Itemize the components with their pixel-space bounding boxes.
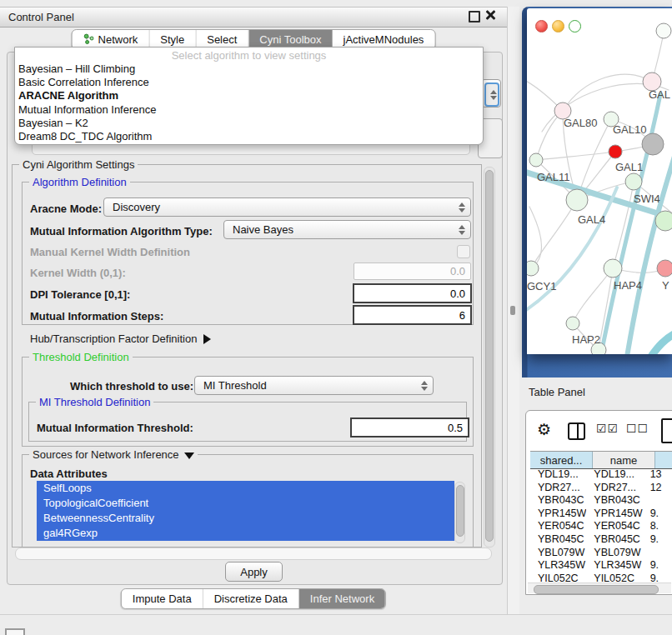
table-horizontal-scrollbar[interactable] xyxy=(528,582,671,593)
column-header-name[interactable]: name xyxy=(593,452,655,468)
node-label-gcy1: GCY1 xyxy=(527,280,556,292)
table-cell: 8. xyxy=(643,520,672,533)
network-node[interactable] xyxy=(566,317,579,330)
network-node[interactable] xyxy=(604,259,622,278)
which-threshold-combo[interactable]: MI Threshold xyxy=(194,376,434,395)
deselect-all-icon[interactable]: ☐☐ xyxy=(626,422,649,435)
network-node[interactable] xyxy=(566,189,588,211)
table-cell: YBR043C xyxy=(586,494,642,508)
table-cell: YPR145W xyxy=(530,508,586,521)
sources-title-wrap[interactable]: Sources for Network Inference xyxy=(29,448,198,461)
table-row[interactable]: YPR145WYPR145W9. xyxy=(530,508,672,521)
network-node[interactable] xyxy=(642,133,664,155)
mi-steps-label: Mutual Information Steps: xyxy=(30,310,163,322)
table-cell: YLR345W xyxy=(586,559,642,572)
tab-label: Style xyxy=(160,33,184,46)
float-panel-icon[interactable] xyxy=(469,11,480,22)
minimized-panel-icon[interactable] xyxy=(5,628,25,635)
algorithm-option-dream8-dc-tdc-algorithm[interactable]: Dream8 DC_TDC Algorithm xyxy=(18,130,479,143)
data-attributes-list: SelfLoopsTopologicalCoefficientBetweenne… xyxy=(37,481,454,542)
table-cell: 13 xyxy=(643,468,672,482)
table-cell: YER054C xyxy=(586,520,642,533)
column-header-hidden[interactable] xyxy=(655,452,672,468)
settings-vertical-scrollbar[interactable] xyxy=(484,167,495,548)
attribute-item-gal4rgexp[interactable]: gal4RGexp xyxy=(37,526,454,541)
attribute-item-topologicalcoefficient[interactable]: TopologicalCoefficient xyxy=(37,496,454,511)
algorithm-option-mutual-information-inference[interactable]: Mutual Information Inference xyxy=(18,103,479,117)
network-node[interactable] xyxy=(609,145,622,158)
network-view-canvas[interactable]: GALGAL80GAL10GAL1GAL11SWI4GAL4GCY1HAP4YH… xyxy=(527,8,672,354)
algorithm-definition-title: Algorithm Definition xyxy=(29,176,130,188)
file-icon[interactable] xyxy=(661,418,672,443)
attributes-scrollbar[interactable] xyxy=(454,482,465,543)
dpi-tolerance-input[interactable] xyxy=(353,283,472,303)
attribute-item-selfloops[interactable]: SelfLoops xyxy=(37,481,454,496)
bottom-tab-impute-data[interactable]: Impute Data xyxy=(122,589,203,608)
gear-icon[interactable]: ⚙ xyxy=(537,420,551,438)
apply-button[interactable]: Apply xyxy=(225,562,283,582)
bottom-tab-discretize-data[interactable]: Discretize Data xyxy=(203,589,299,608)
table-row[interactable]: YDR27...YDR27...12 xyxy=(530,482,672,495)
node-label-y: Y xyxy=(662,279,669,292)
bottom-divider xyxy=(0,614,672,615)
table-row[interactable]: YER054CYER054C8. xyxy=(530,520,672,533)
network-node[interactable] xyxy=(625,173,642,190)
columns-icon[interactable] xyxy=(568,422,585,440)
network-node[interactable] xyxy=(529,153,543,167)
table-cell: YBR045C xyxy=(530,533,586,547)
kernel-width-input[interactable] xyxy=(354,262,471,280)
network-node[interactable] xyxy=(527,261,539,276)
mi-threshold-group-title: MI Threshold Definition xyxy=(36,396,153,408)
mi-threshold-input[interactable] xyxy=(350,418,469,438)
algorithm-option-bayesian-hill-climbing[interactable]: Bayesian – Hill Climbing xyxy=(18,62,479,76)
table-row[interactable]: YBR043CYBR043C xyxy=(530,494,672,508)
close-icon[interactable] xyxy=(485,10,495,20)
algorithm-dropdown-popup: Select algorithm to view settings Bayesi… xyxy=(14,47,484,145)
mi-algorithm-type-value: Naive Bayes xyxy=(233,223,293,236)
aracne-mode-combo[interactable]: Discovery xyxy=(103,198,471,217)
hub-definition-toggle[interactable]: Hub/Transcription Factor Definition xyxy=(30,331,211,346)
table-cell: 9. xyxy=(643,508,672,521)
attribute-item-betweennesscentrality[interactable]: BetweennessCentrality xyxy=(37,511,454,526)
tab-label: Select xyxy=(207,33,237,46)
table-header: shared...name xyxy=(530,451,672,469)
network-node[interactable] xyxy=(657,260,672,277)
table-cell: YBL079W xyxy=(586,547,642,560)
tab-label: Cyni Toolbox xyxy=(259,33,321,46)
settings-horizontal-scrollbar[interactable] xyxy=(15,548,492,560)
inference-algorithm-combo-partial[interactable] xyxy=(481,79,501,108)
aracne-mode-value: Discovery xyxy=(113,201,160,213)
algorithm-option-basic-correlation-inference[interactable]: Basic Correlation Inference xyxy=(18,76,479,89)
tab-label: Network xyxy=(98,33,138,46)
table-row[interactable]: YBR045CYBR045C9. xyxy=(530,533,672,547)
table-cell: YBR045C xyxy=(586,533,642,547)
table-cell: YBR043C xyxy=(530,494,586,508)
control-panel-title: Control Panel xyxy=(0,11,74,23)
node-label-gal10: GAL10 xyxy=(613,123,646,136)
network-node[interactable] xyxy=(655,211,672,231)
mi-algorithm-type-combo[interactable]: Naive Bayes xyxy=(223,220,471,239)
mi-steps-input[interactable] xyxy=(353,305,472,325)
split-handle[interactable] xyxy=(510,306,515,315)
algorithm-option-bayesian-k2[interactable]: Bayesian – K2 xyxy=(18,117,479,130)
table-row[interactable]: YBL079WYBL079W xyxy=(530,547,672,560)
table-cell: 12 xyxy=(643,482,672,495)
node-label-hap2: HAP2 xyxy=(572,333,600,346)
which-threshold-value: MI Threshold xyxy=(203,379,267,392)
column-header-shared[interactable]: shared... xyxy=(530,452,593,468)
table-cell xyxy=(643,494,672,508)
select-all-icon[interactable]: ☑☑ xyxy=(596,422,619,435)
table-rows: YDL19...YDL19...13YDR27...YDR27...12YBR0… xyxy=(530,468,672,585)
algorithm-option-aracne-algorithm[interactable]: ARACNE Algorithm xyxy=(18,89,479,102)
table-cell: YDL19... xyxy=(530,468,586,482)
manual-kernel-width-checkbox[interactable] xyxy=(457,245,470,258)
mi-algorithm-type-label: Mutual Information Algorithm Type: xyxy=(30,225,213,238)
data-attributes-label: Data Attributes xyxy=(30,468,108,480)
table-row[interactable]: YDL19...YDL19...13 xyxy=(530,468,672,482)
node-label-gal80: GAL80 xyxy=(564,117,597,129)
network-node[interactable] xyxy=(656,23,671,38)
table-row[interactable]: YLR345WYLR345W9. xyxy=(530,559,672,572)
network-edge xyxy=(531,200,577,268)
table-cell: YDL19... xyxy=(586,468,642,482)
bottom-tab-infer-network[interactable]: Infer Network xyxy=(299,589,385,608)
